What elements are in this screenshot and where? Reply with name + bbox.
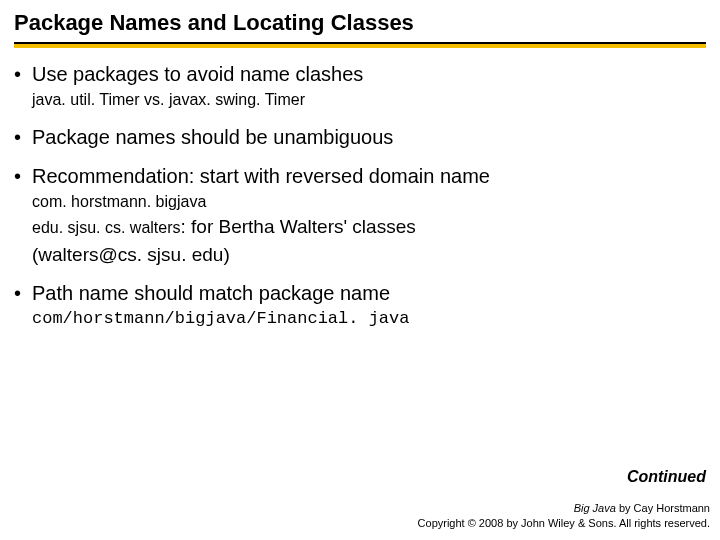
bullet-dot-icon: • — [14, 62, 32, 87]
bullet-sub: java. util. Timer vs. javax. swing. Time… — [32, 89, 706, 111]
bullet-list: • Use packages to avoid name clashes jav… — [14, 62, 706, 331]
bullet-dot-icon: • — [14, 164, 32, 189]
bullet-row: • Path name should match package name — [14, 281, 706, 306]
footer-line-1: Big Java by Cay Horstmann — [418, 501, 710, 515]
bullet-dot-icon: • — [14, 281, 32, 306]
bullet-item: • Path name should match package name co… — [14, 281, 706, 331]
content-area: • Use packages to avoid name clashes jav… — [0, 48, 720, 331]
bullet-sub: com. horstmann. bigjava — [32, 191, 706, 213]
bullet-text: Package names should be unambiguous — [32, 125, 393, 150]
bullet-sub-mono: com/horstmann/bigjava/Financial. java — [32, 308, 706, 331]
bullet-row: • Package names should be unambiguous — [14, 125, 706, 150]
slide-title: Package Names and Locating Classes — [14, 10, 706, 36]
footer: Big Java by Cay Horstmann Copyright © 20… — [418, 501, 710, 530]
continued-label: Continued — [627, 468, 706, 486]
bullet-dot-icon: • — [14, 125, 32, 150]
bullet-sub: edu. sjsu. cs. walters: for Bertha Walte… — [32, 214, 706, 240]
title-rule — [14, 42, 706, 48]
bullet-item: • Use packages to avoid name clashes jav… — [14, 62, 706, 111]
bullet-sub-code: edu. sjsu. cs. walters — [32, 219, 181, 236]
bullet-row: • Recommendation: start with reversed do… — [14, 164, 706, 189]
bullet-row: • Use packages to avoid name clashes — [14, 62, 706, 87]
rule-gold — [14, 44, 706, 48]
bullet-text: Recommendation: start with reversed doma… — [32, 164, 490, 189]
bullet-text: Use packages to avoid name clashes — [32, 62, 363, 87]
bullet-text: Path name should match package name — [32, 281, 390, 306]
bullet-item: • Recommendation: start with reversed do… — [14, 164, 706, 268]
footer-copyright: Copyright © 2008 by John Wiley & Sons. A… — [418, 516, 710, 530]
footer-byline: by Cay Horstmann — [616, 502, 710, 514]
bullet-sub-tail: : for Bertha Walters' classes — [181, 216, 416, 237]
title-area: Package Names and Locating Classes — [0, 0, 720, 40]
bullet-item: • Package names should be unambiguous — [14, 125, 706, 150]
footer-book-title: Big Java — [574, 502, 616, 514]
bullet-sub: (walters@cs. sjsu. edu) — [32, 242, 706, 268]
